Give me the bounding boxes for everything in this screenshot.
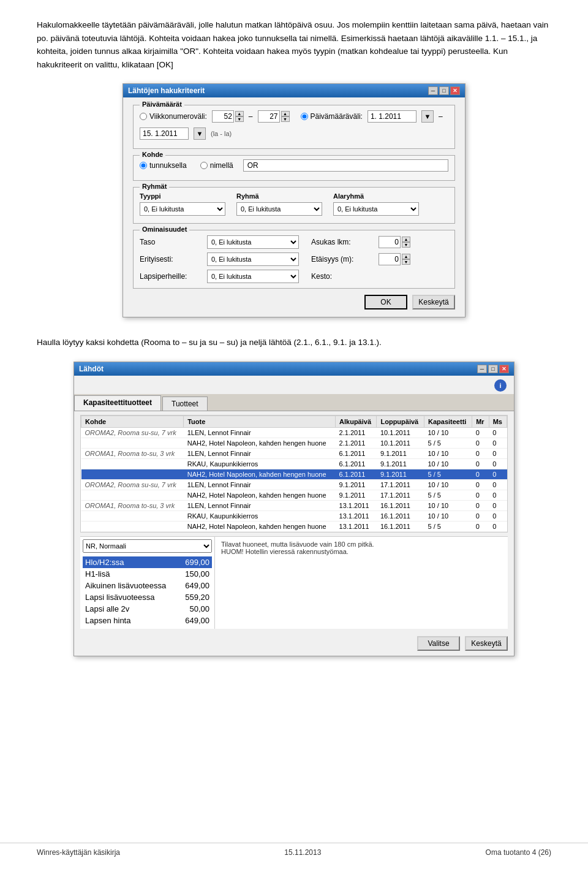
col-ms: Ms [489,416,507,427]
ryhma-select[interactable]: 0, Ei lukitusta [236,202,322,216]
info-icon-button[interactable]: i [494,379,507,392]
asukas-spinner-btns: ▲ ▼ [402,237,410,248]
col-loppu: Loppupäivä [377,416,424,427]
cal2-button[interactable]: ▼ [194,127,206,140]
price-value: 699,00 [185,558,209,567]
dialog2: Lähdöt ─ □ ✕ i Kapasiteettituotteet Tuot… [74,362,514,656]
radio-paivamaara-input[interactable] [301,113,308,120]
week1-input[interactable] [212,110,234,123]
d2-maximize-button[interactable]: □ [488,365,498,373]
page-content: Hakulomakkeelle täytetään päivämääräväli… [0,0,588,724]
table-row[interactable]: NAH2, Hotel Napoleon, kahden hengen huon… [81,469,507,479]
table-row[interactable]: OROMA1, Rooma to-su, 3 vrk1LEN, Lennot F… [81,448,507,458]
valitse-button[interactable]: Valitse [417,636,460,651]
maximize-button[interactable]: □ [439,86,449,95]
etaisyys-input[interactable] [379,253,401,265]
price-row-item[interactable]: Lapsen hinta649,00 [83,615,212,626]
table-body: OROMA2, Rooma su-su, 7 vrk1LEN, Lennot F… [81,427,507,531]
minimize-button[interactable]: ─ [428,86,438,95]
dialog2-titlebar-buttons: ─ □ ✕ [477,365,509,373]
erityisesti-label: Erityisesti: [140,255,201,264]
kohde-row: tunnuksella nimellä [140,159,448,172]
cal1-button[interactable]: ▼ [421,110,434,123]
etaisyys-up[interactable]: ▲ [402,254,410,259]
dialog2-titlebar: Lähdöt ─ □ ✕ [74,362,514,376]
radio-tunnuksella-input[interactable] [140,162,147,169]
asukas-up[interactable]: ▲ [402,237,410,242]
kesto-label: Kesto: [311,272,372,281]
table-row[interactable]: NAH2, Hotel Napoleon, kahden hengen huon… [81,438,507,448]
week2-input[interactable] [258,110,280,123]
etaisyys-spinner-btns: ▲ ▼ [402,254,410,265]
price-label: Lapsi alle 2v [85,604,129,613]
footer-left: Winres-käyttäjän käsikirja [37,848,120,857]
kohde-search-input[interactable] [243,159,448,172]
d2-minimize-button[interactable]: ─ [477,365,487,373]
price-row-item[interactable]: Lapsi lisävuoteessa559,20 [83,591,212,603]
dialog2-cancel-button[interactable]: Keskeytä [465,636,508,651]
price-row-item[interactable]: H1-lisä150,00 [83,568,212,580]
dialog2-container: Lähdöt ─ □ ✕ i Kapasiteettituotteet Tuot… [37,362,551,656]
table-row[interactable]: OROMA1, Rooma to-su, 3 vrk1LEN, Lennot F… [81,500,507,510]
price-row-item[interactable]: Aikuinen lisävuoteessa649,00 [83,580,212,591]
week1-up[interactable]: ▲ [235,111,244,116]
ryhmat-row: Tyyppi 0, Ei lukitusta Ryhmä 0, Ei lukit… [140,192,448,216]
footer-right: Oma tuotanto 4 (26) [486,848,551,857]
table-row[interactable]: NAH2, Hotel Napoleon, kahden hengen huon… [81,490,507,500]
asukas-input[interactable] [379,236,401,248]
asukas-label: Asukas lkm: [311,238,372,246]
date1-input[interactable] [368,110,417,123]
tab-tuotteet[interactable]: Tuotteet [162,397,208,411]
page-footer: Winres-käyttäjän käsikirja 15.11.2013 Om… [0,843,588,857]
tyyppi-select[interactable]: 0, Ei lukitusta [140,202,225,216]
tab-kapasiteettituotteet[interactable]: Kapasiteettituotteet [74,395,161,411]
col-mr: Mr [472,416,489,427]
ok-button[interactable]: OK [364,295,407,309]
dialog1-title: Lähtöjen hakukriteerit [128,86,205,95]
paivamaarat-section: Päivämäärät Viikkonumeroväli: ▲ ▼ [133,105,455,149]
price-combo[interactable]: NR, Normaali [83,539,212,553]
cancel-button[interactable]: Keskeytä [412,295,455,309]
week2-up[interactable]: ▲ [281,111,290,116]
dialog2-tabs: Kapasiteettituotteet Tuotteet [74,394,514,411]
radio-nimella-input[interactable] [200,162,208,169]
lapsiperheille-select[interactable]: 0, Ei lukitusta [207,270,299,283]
price-label: Hlo/H2:ssa [85,558,124,567]
price-list: NR, Normaali Hlo/H2:ssa699,00H1-lisä150,… [80,537,215,629]
week1-down[interactable]: ▼ [235,116,244,122]
d2-close-button[interactable]: ✕ [499,365,509,373]
info-panel: Tilavat huoneet, mutta lisävuode vain 18… [215,537,508,629]
radio-paivamaara[interactable]: Päivämääräväli: [301,112,363,121]
close-button[interactable]: ✕ [450,86,460,95]
table-row[interactable]: NAH2, Hotel Napoleon, kahden hengen huon… [81,521,507,531]
erityisesti-select[interactable]: 0, Ei lukitusta [207,252,299,266]
dialog1-buttons: OK Keskeytä [133,295,455,309]
ryhmat-legend: Ryhmät [140,183,169,190]
radio-viikko[interactable]: Viikkonumeroväli: [140,112,207,121]
price-label: H1-lisä [85,569,110,579]
taso-select[interactable]: 0, Ei lukitusta [207,235,299,249]
week2-down[interactable]: ▼ [281,116,290,122]
radio-viikko-label: Viikkonumeroväli: [149,112,207,121]
radio-viikko-input[interactable] [140,113,147,120]
col-kohde: Kohde [81,416,184,427]
kohde-section: Kohde tunnuksella nimellä [133,155,455,181]
ryhma-col: Ryhmä 0, Ei lukitusta [236,192,322,216]
alaryhma-select[interactable]: 0, Ei lukitusta [333,202,419,216]
radio-tunnuksella[interactable]: tunnuksella [140,161,187,170]
price-row-item[interactable]: Hlo/H2:ssa699,00 [83,556,212,568]
dialog2-title: Lähdöt [79,365,104,373]
table-row[interactable]: OROMA2, Rooma su-su, 7 vrk1LEN, Lennot F… [81,479,507,490]
etaisyys-spinner: ▲ ▼ [379,253,440,265]
etaisyys-down[interactable]: ▼ [402,259,410,265]
radio-nimella[interactable]: nimellä [200,161,233,170]
etaisyys-label: Etäisyys (m): [311,255,372,264]
date2-input[interactable] [140,127,189,140]
footer-center: 15.11.2013 [284,848,321,857]
table-row[interactable]: RKAU, Kaupunkikierros13.1.201116.1.20111… [81,510,507,521]
table-row[interactable]: OROMA2, Rooma su-su, 7 vrk1LEN, Lennot F… [81,427,507,438]
products-table: Kohde Tuote Alkupäivä Loppupäivä Kapasit… [81,416,507,532]
asukas-down[interactable]: ▼ [402,242,410,248]
table-row[interactable]: RKAU, Kaupunkikierros6.1.20119.1.201110 … [81,458,507,469]
price-row-item[interactable]: Lapsi alle 2v50,00 [83,603,212,615]
